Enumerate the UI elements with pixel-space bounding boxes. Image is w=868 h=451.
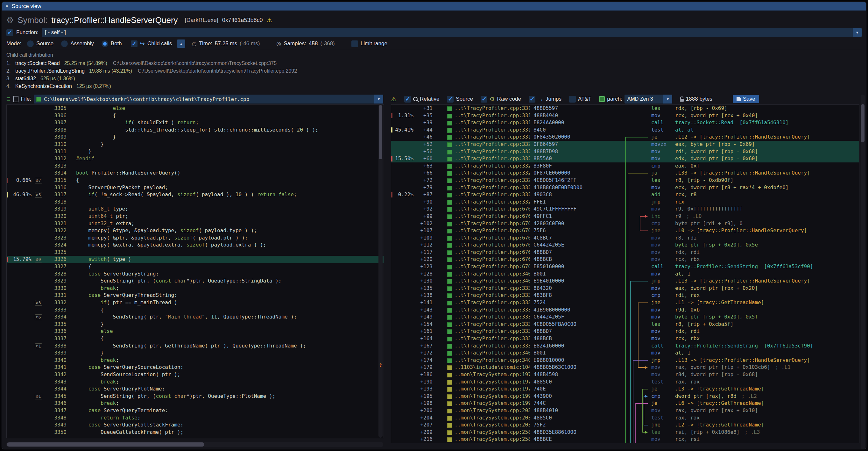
chevron-down-icon[interactable]: ▼: [663, 95, 672, 103]
source-line-row[interactable]: 3321 uint32_t extra;: [7, 220, 383, 228]
source-horizontal-scrollbar[interactable]: [6, 442, 383, 447]
code-token: if: [125, 119, 131, 125]
child-call-entry[interactable]: 2.tracy::Profiler::SendLongString19.88 m…: [6, 67, 862, 75]
source-line-row[interactable]: ⌀33332 if( ptr == m_mainThread ): [7, 299, 383, 306]
source-line-row[interactable]: 3335 }: [7, 321, 383, 328]
asm-bytes: C64424205E: [533, 241, 584, 249]
code-token: Profiler::HandleServerQuery(): [89, 170, 181, 176]
source-line-row[interactable]: 3306 {: [7, 112, 383, 119]
source-line-row[interactable]: 3330 break;: [7, 285, 383, 292]
source-line-row[interactable]: 3311 }: [7, 148, 383, 155]
source-line-row[interactable]: 3327 {: [7, 263, 383, 270]
source-line-row[interactable]: 3347 case ServerQueryTerminate:: [7, 407, 383, 414]
source-line-row[interactable]: 3323 memcpy( &ptr, &payload.ptr, sizeof(…: [7, 234, 383, 242]
source-line-row[interactable]: 3320 uint64_t ptr;: [7, 213, 383, 220]
radio-source[interactable]: [27, 40, 34, 47]
source-line-row[interactable]: 3331 case ServerQueryThreadString:: [7, 292, 383, 299]
source-line-row[interactable]: 3314bool Profiler::HandleServerQuery(): [7, 170, 383, 177]
scrollbar-thumb[interactable]: [861, 104, 865, 142]
save-button[interactable]: Save: [733, 95, 759, 103]
source-line-row[interactable]: 3322 memcpy( &type, &payload.type, sizeo…: [7, 227, 383, 234]
source-line-row[interactable]: ⌀63334 SendString( ptr, "Main thread", 1…: [7, 313, 383, 321]
chevron-down-icon[interactable]: ▼: [853, 28, 862, 37]
source-line-row[interactable]: 3346 break;: [7, 400, 383, 407]
uarch-combo[interactable]: AMD Zen 3 ▼: [624, 95, 672, 103]
raw-code-checkbox[interactable]: [480, 96, 487, 102]
radio-assembly[interactable]: [61, 40, 68, 47]
child-calls-checkbox[interactable]: [131, 40, 137, 47]
line-ipc-cell: [35, 270, 48, 278]
asm-source-location: ..t\TracyProfiler.hpp:676: [455, 227, 530, 234]
att-checkbox[interactable]: [569, 96, 576, 102]
code-token: bool: [76, 170, 89, 176]
source-line-row[interactable]: 3350 QueueCallstackFrame( ptr );: [7, 429, 383, 436]
search-icon: [413, 97, 417, 101]
code-token: memcpy( &type, &payload.type,: [76, 228, 181, 234]
source-line-row[interactable]: 3316 ServerQueryPacket payload;: [7, 184, 383, 191]
function-combo[interactable]: [ - self - ] ▼: [42, 28, 862, 37]
source-line-row[interactable]: 3308 std::this_thread::sleep_for( std::c…: [7, 126, 383, 134]
chevron-down-icon[interactable]: ▼: [374, 95, 383, 103]
function-checkbox[interactable]: [6, 29, 13, 36]
asm-operands: al, al: [675, 126, 693, 134]
asm-operands: r9, 0xffffffffffffffff: [675, 205, 743, 213]
source-line-row[interactable]: 3319 uint8_t type;: [7, 205, 383, 213]
source-line-row[interactable]: 3309 }: [7, 133, 383, 141]
source-line-row[interactable]: 0.66%⌀73315{: [7, 177, 383, 184]
source-line-row[interactable]: 3333 {: [7, 306, 383, 314]
asm-source-location: ..1103\include\atomic:1048: [455, 364, 530, 371]
limit-range-checkbox[interactable]: [351, 40, 358, 47]
source-line-row[interactable]: 3310 }: [7, 141, 383, 148]
asm-bytes: 488BCB: [533, 335, 584, 342]
source-line-row[interactable]: 3339 }: [7, 350, 383, 357]
source-line-row[interactable]: 3344 case ServerQueryPlotName:: [7, 385, 383, 393]
source-checkbox[interactable]: [447, 96, 454, 102]
collapse-icon[interactable]: ▼: [5, 4, 9, 9]
source-line-row[interactable]: 3329 SendString( ptr, (const char*)ptr, …: [7, 277, 383, 285]
source-line-row[interactable]: 3305 else: [7, 105, 383, 112]
child-call-entry[interactable]: 1.tracy::Socket::Read25.25 ms (54.89%)C:…: [6, 60, 862, 67]
up-arrow-button[interactable]: ▴: [177, 39, 185, 48]
source-line-row[interactable]: 3307 if( shouldExit ) return;: [7, 119, 383, 126]
code-token: [76, 285, 101, 291]
source-line-row[interactable]: 46.93%⌀53317 if( !m_sock->Read( &payload…: [7, 191, 383, 199]
asm-cost-percent: [393, 241, 413, 249]
source-line-row[interactable]: 3342 SendSourceLocation( ptr );: [7, 371, 383, 379]
source-line-row[interactable]: ⌀13338 SendString( ptr, GetThreadName( p…: [7, 342, 383, 350]
entry-time: 125 µs (0.27%): [76, 83, 111, 89]
relative-checkbox[interactable]: [404, 96, 411, 102]
child-call-entry[interactable]: 4.KeSynchronizeExecution125 µs (0.27%): [6, 83, 862, 89]
source-line-row[interactable]: 3324 memcpy( &extra, &payload.extra, siz…: [7, 241, 383, 249]
source-line-row[interactable]: 3348 return false;: [7, 414, 383, 422]
source-line-row[interactable]: 3312#endif: [7, 155, 383, 162]
source-line-row[interactable]: 3336 else: [7, 328, 383, 335]
source-line-row[interactable]: 3340 break;: [7, 357, 383, 364]
child-call-entry[interactable]: 3.stat64i32625 µs (1.36%): [6, 75, 862, 83]
asm-bytes: 4C8D055FBA0C00: [533, 321, 584, 328]
source-line-row[interactable]: 15.79%⌀93326 switch( type ): [7, 256, 383, 263]
source-line-row[interactable]: 3341 case ServerQuerySourceLocation:: [7, 364, 383, 371]
source-line-row[interactable]: 3313: [7, 162, 383, 170]
source-line-row[interactable]: ⌀13345 SendString( ptr, (const char*)ptr…: [7, 393, 383, 400]
source-vertical-scrollbar[interactable]: ⇕: [378, 104, 382, 438]
line-cost-percent: [9, 350, 32, 357]
asm-mnemonic: je: [651, 133, 675, 141]
file-combo[interactable]: C:\Users\wolf\Desktop\darkrl\contrib\tra…: [34, 95, 383, 103]
jumps-checkbox[interactable]: [529, 96, 535, 102]
source-line-row[interactable]: 3349 case ServerQueryCallstackFrame:: [7, 421, 383, 429]
source-location-icon: [447, 423, 452, 428]
source-line-row[interactable]: 3325: [7, 249, 383, 256]
source-line-row[interactable]: 3343 break;: [7, 379, 383, 386]
line-number: 3319: [48, 205, 66, 213]
source-line-row[interactable]: 3337 {: [7, 335, 383, 342]
scrollbar-thumb[interactable]: [379, 105, 382, 159]
asm-source-location: ..t\TracyProfiler.cpp:3334: [455, 306, 530, 314]
source-line-row[interactable]: 3328 case ServerQueryString:: [7, 270, 383, 278]
assembly-vertical-scrollbar[interactable]: [861, 95, 865, 449]
source-location-icon: [447, 337, 452, 341]
source-line-row[interactable]: 3318: [7, 199, 383, 206]
entry-index: 3.: [6, 75, 15, 83]
radio-both[interactable]: [101, 40, 108, 47]
scrollbar-thumb[interactable]: [7, 442, 204, 447]
window-titlebar[interactable]: ▼ Source view: [2, 2, 866, 10]
